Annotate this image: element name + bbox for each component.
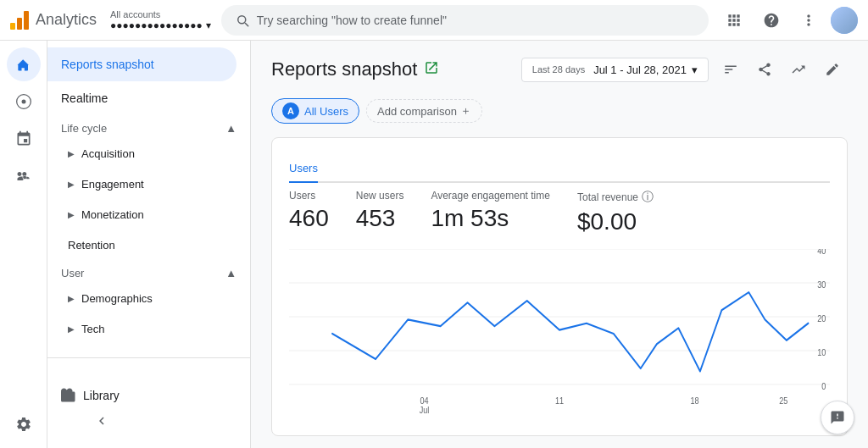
collapse-nav-button[interactable] — [88, 407, 115, 434]
nav-demographics[interactable]: ▶ Demographics — [47, 283, 250, 313]
all-users-filter[interactable]: A All Users — [271, 98, 359, 124]
logo-bar-1 — [10, 23, 15, 30]
tab-users[interactable]: Users — [289, 155, 318, 183]
account-selector[interactable]: All accounts ●●●●●●●●●●●●●●● ▾ — [110, 9, 211, 31]
metric-users: Users 460 — [289, 190, 329, 235]
metric-users-label: Users — [289, 190, 329, 202]
metric-new-users-label: New users — [356, 190, 404, 202]
add-comparison-button[interactable]: Add comparison ＋ — [366, 99, 482, 123]
nav-engagement[interactable]: ▶ Engagement — [47, 169, 250, 199]
filter-chip-icon: A — [282, 102, 299, 119]
all-accounts-label: All accounts — [110, 9, 211, 19]
nav-realtime[interactable]: Realtime — [47, 81, 236, 115]
metric-engagement: Average engagement time 1m 53s — [431, 190, 550, 235]
metric-revenue: Total revenue ⓘ $0.00 — [577, 190, 654, 235]
dropdown-chevron-icon: ▾ — [692, 64, 698, 76]
search-bar[interactable]: Try searching "how to create funnel" — [221, 5, 709, 36]
content-area: Reports snapshot Last 28 days Jul 1 - Ju… — [251, 41, 868, 448]
nav-retention[interactable]: Retention — [47, 230, 250, 260]
chart-tab-bar: Users — [289, 155, 830, 183]
search-placeholder: Try searching "how to create funnel" — [257, 14, 447, 27]
more-button[interactable] — [793, 5, 824, 36]
sidebar-icon-home[interactable] — [7, 47, 41, 81]
svg-text:30: 30 — [817, 279, 826, 290]
main-layout: Reports snapshot Realtime Life cycle ▲ ▶… — [0, 41, 868, 448]
sidebar-icon-user[interactable] — [7, 159, 41, 193]
metric-new-users-value: 453 — [356, 205, 404, 232]
page-title-area: Reports snapshot — [271, 58, 439, 80]
customize-button[interactable] — [715, 54, 746, 85]
svg-text:40: 40 — [817, 249, 826, 256]
metric-engagement-label: Average engagement time — [431, 190, 550, 202]
metric-revenue-value: $0.00 — [577, 208, 654, 235]
nav-user-section[interactable]: User ▲ — [47, 260, 250, 283]
nav-panel: Reports snapshot Realtime Life cycle ▲ ▶… — [47, 41, 251, 448]
chevron-right-icon-5: ▶ — [68, 324, 75, 334]
chevron-up-icon: ▲ — [225, 122, 236, 135]
page-actions — [715, 54, 848, 85]
chevron-right-icon: ▶ — [68, 149, 75, 158]
metrics-row: Users 460 New users 453 Average engageme… — [289, 190, 830, 235]
sidebar-icons — [0, 41, 47, 448]
svg-point-1 — [21, 100, 25, 104]
metric-engagement-value: 1m 53s — [431, 205, 550, 232]
page-header: Reports snapshot Last 28 days Jul 1 - Ju… — [271, 54, 848, 85]
feedback-icon — [830, 410, 845, 425]
chevron-right-icon-3: ▶ — [68, 210, 75, 219]
svg-text:Jul: Jul — [420, 406, 430, 416]
svg-text:0: 0 — [821, 381, 826, 391]
edit-button[interactable] — [817, 54, 848, 85]
filter-bar: A All Users Add comparison ＋ — [271, 98, 848, 124]
metric-users-value: 460 — [289, 205, 329, 232]
nav-lifecycle-section[interactable]: Life cycle ▲ — [47, 115, 250, 138]
chevron-up-icon-2: ▲ — [225, 267, 236, 279]
search-icon — [235, 13, 250, 28]
page-header-right: Last 28 days Jul 1 - Jul 28, 2021 ▾ — [521, 54, 848, 85]
avatar[interactable] — [831, 7, 858, 34]
nav-reports-snapshot[interactable]: Reports snapshot — [47, 47, 236, 81]
logo-bar-3 — [24, 11, 29, 30]
nav-acquisition[interactable]: ▶ Acquisition — [47, 138, 250, 169]
logo-bar-2 — [17, 18, 22, 30]
app-header: Analytics All accounts ●●●●●●●●●●●●●●● ▾… — [0, 0, 868, 41]
dropdown-chevron: ▾ — [206, 19, 211, 31]
header-actions — [719, 5, 858, 36]
logo-area: Analytics — [10, 11, 97, 30]
trend-button[interactable] — [783, 54, 814, 85]
page-title: Reports snapshot — [271, 58, 417, 80]
metric-new-users: New users 453 — [356, 190, 404, 235]
share-button[interactable] — [749, 54, 780, 85]
feedback-button[interactable] — [821, 401, 854, 434]
metric-revenue-label: Total revenue ⓘ — [577, 190, 654, 205]
main-card: Users Users 460 New users 453 Average en… — [271, 137, 848, 436]
app-title: Analytics — [36, 11, 97, 29]
svg-text:20: 20 — [817, 313, 826, 324]
external-link-icon[interactable] — [424, 60, 439, 80]
chart-container: 40 30 20 10 0 04 Jul 11 18 25 — [289, 249, 830, 418]
chevron-right-icon-2: ▶ — [68, 180, 75, 189]
svg-text:18: 18 — [690, 395, 698, 406]
chevron-right-icon-4: ▶ — [68, 294, 75, 303]
nav-tech[interactable]: ▶ Tech — [47, 313, 250, 344]
svg-text:25: 25 — [779, 395, 787, 406]
account-name: ●●●●●●●●●●●●●●● ▾ — [110, 19, 211, 31]
line-chart: 40 30 20 10 0 04 Jul 11 18 25 — [289, 249, 830, 418]
nav-monetization[interactable]: ▶ Monetization — [47, 199, 250, 230]
date-range-button[interactable]: Last 28 days Jul 1 - Jul 28, 2021 ▾ — [521, 58, 709, 82]
help-button[interactable] — [756, 5, 787, 36]
add-icon: ＋ — [460, 103, 471, 119]
analytics-logo — [10, 11, 29, 30]
svg-text:10: 10 — [817, 347, 826, 357]
apps-button[interactable] — [719, 5, 749, 36]
sidebar-icon-realtime[interactable] — [7, 85, 41, 119]
sidebar-icon-lifecycle[interactable] — [7, 122, 41, 156]
info-icon[interactable]: ⓘ — [642, 190, 654, 205]
svg-text:11: 11 — [555, 395, 564, 406]
